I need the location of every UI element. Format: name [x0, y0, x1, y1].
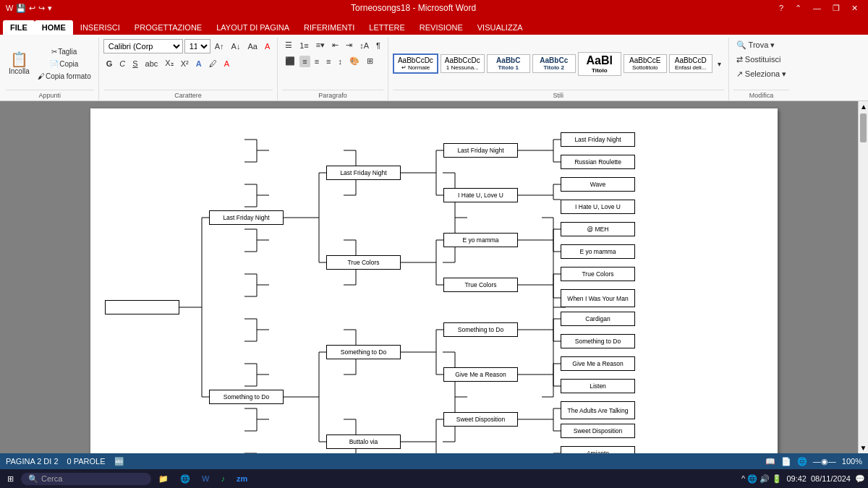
change-case-button[interactable]: Aa: [244, 40, 260, 52]
taskbar-zoom[interactable]: zm: [232, 473, 252, 484]
font-family-select[interactable]: Calibri (Corp: [103, 39, 183, 53]
language-indicator: 🔤: [114, 457, 124, 466]
font-color-button[interactable]: A: [221, 58, 232, 69]
tab-layout[interactable]: LAYOUT DI PAGINA: [209, 20, 297, 35]
align-center-button[interactable]: ≡: [299, 56, 310, 67]
scrollbar-thumb[interactable]: [860, 114, 867, 142]
tab-riferimenti[interactable]: RIFERIMENTI: [297, 20, 362, 35]
scrollbar-down-button[interactable]: ▼: [859, 444, 868, 452]
style-normale[interactable]: AaBbCcDc↵ Normale: [393, 53, 438, 74]
clear-format-button[interactable]: A: [262, 40, 273, 52]
shading-button[interactable]: 🎨: [346, 55, 362, 67]
window-controls[interactable]: ? ⌃ — ❐ ✕: [775, 4, 862, 13]
taskbar-spotify[interactable]: ♪: [216, 473, 229, 484]
text-effect-button[interactable]: A: [193, 58, 205, 69]
r4-node-1: Last Friday Night: [209, 210, 284, 225]
r1-node-3: Wave: [561, 177, 635, 192]
style-nessuna[interactable]: AaBbCcDc1 Nessuna...: [441, 54, 485, 73]
r3-node-3: Something to Do: [326, 345, 401, 359]
font-shrink-button[interactable]: A↓: [229, 40, 244, 52]
r2-node-3: E yo mamma: [443, 233, 518, 247]
web-layout-icon[interactable]: 🌐: [797, 457, 807, 466]
r1-node-15: Amianto: [561, 446, 635, 453]
border-button[interactable]: ⊞: [364, 55, 376, 67]
show-formatting-button[interactable]: ¶: [373, 40, 383, 51]
taskbar-search[interactable]: 🔍 Cerca: [21, 473, 151, 485]
numbering-button[interactable]: 1≡: [297, 40, 312, 51]
save-icon[interactable]: 💾: [16, 4, 26, 13]
r1-node-1: Last Friday Night: [561, 132, 635, 147]
decrease-indent-button[interactable]: ⇤: [329, 39, 341, 51]
zoom-slider[interactable]: —◉—: [813, 457, 836, 466]
tab-lettere[interactable]: LETTERE: [362, 20, 412, 35]
redo-icon[interactable]: ↪: [38, 4, 45, 13]
r1-node-6: E yo mamma: [561, 244, 635, 259]
bullets-button[interactable]: ☰: [282, 39, 295, 51]
paste-button[interactable]: 📋 Incolla: [6, 51, 33, 77]
help-button[interactable]: ?: [775, 4, 788, 13]
scrollbar-up-button[interactable]: ▲: [859, 101, 868, 112]
paste-label: Incolla: [9, 67, 30, 75]
undo-icon[interactable]: ↩: [29, 4, 35, 13]
bracket-lines-svg: [105, 130, 734, 453]
r4-node-2: Something to Do: [209, 390, 284, 404]
subscript-button[interactable]: X₂: [162, 57, 176, 69]
system-tray-icons: ^ 🌐 🔊 🔋: [741, 474, 782, 484]
zoom-level: 100%: [842, 457, 862, 466]
tab-progettazione[interactable]: PROGETTAZIONE: [127, 20, 209, 35]
style-enfasi[interactable]: AaBbCcDEnfasi deli...: [669, 54, 712, 73]
print-layout-icon[interactable]: 📄: [781, 457, 791, 466]
underline-button[interactable]: S: [129, 58, 140, 69]
tab-file[interactable]: FILE: [3, 20, 35, 35]
ribbon-collapse-button[interactable]: ⌃: [791, 4, 806, 13]
line-spacing-button[interactable]: ↕: [335, 56, 345, 67]
taskbar-chrome[interactable]: 🌐: [176, 473, 195, 485]
font-size-select[interactable]: 11: [184, 39, 210, 53]
align-right-button[interactable]: ≡: [312, 56, 322, 67]
tab-inserisci[interactable]: INSERISCI: [73, 20, 127, 35]
taskbar-word[interactable]: W: [197, 473, 213, 484]
bold-button[interactable]: G: [103, 58, 116, 69]
strikethrough-button[interactable]: abc: [142, 58, 161, 69]
search-placeholder: Cerca: [41, 474, 62, 483]
style-titolo2[interactable]: AaBbCcTitolo 2: [532, 54, 576, 73]
replace-button[interactable]: ⇄ Sostituisci: [733, 53, 784, 66]
taskbar-file-explorer[interactable]: 📁: [154, 473, 173, 485]
start-button[interactable]: ⊞: [3, 473, 18, 485]
taskbar-right-area: ^ 🌐 🔊 🔋 09:42 08/11/2024 💬: [741, 474, 865, 484]
format-painter-label: Copia formato: [46, 72, 91, 80]
tab-revisione[interactable]: REVISIONE: [412, 20, 470, 35]
minimize-button[interactable]: —: [809, 4, 825, 13]
restore-button[interactable]: ❐: [828, 4, 844, 13]
word-icon: W: [6, 4, 13, 12]
select-button[interactable]: ↗ Seleziona ▾: [733, 68, 789, 80]
format-painter-button[interactable]: 🖌 Copia formato: [35, 71, 94, 82]
align-left-button[interactable]: ⬛: [282, 55, 298, 67]
copy-button[interactable]: 📄 Copia: [35, 59, 94, 69]
tab-home[interactable]: HOME: [35, 20, 73, 35]
copy-icon: 📄: [50, 60, 59, 68]
notification-icon[interactable]: 💬: [855, 474, 865, 484]
tab-visualizza[interactable]: VISUALIZZA: [470, 20, 530, 35]
read-mode-icon[interactable]: 📖: [765, 457, 775, 466]
superscript-button[interactable]: X²: [178, 58, 192, 69]
clock-time: 09:42: [786, 474, 807, 483]
find-button[interactable]: 🔍 Trova ▾: [733, 39, 778, 51]
multilevel-list-button[interactable]: ≡▾: [313, 39, 328, 51]
r1-node-7: True Colors: [561, 267, 635, 281]
close-button[interactable]: ✕: [847, 4, 862, 13]
r1-node-9: Cardigan: [561, 312, 635, 326]
italic-button[interactable]: C: [116, 58, 128, 69]
justify-button[interactable]: ≡: [323, 56, 333, 67]
increase-indent-button[interactable]: ⇥: [343, 39, 355, 51]
ribbon-group-carattere: Calibri (Corp 11 A↑ A↓ Aa A G C S abc X₂…: [101, 38, 278, 100]
styles-more-button[interactable]: ▾: [715, 59, 724, 69]
quick-access-toolbar[interactable]: W 💾 ↩ ↪ ▾: [6, 4, 52, 13]
style-sottotitolo[interactable]: AaBbCcESottotitolo: [624, 54, 667, 73]
sort-button[interactable]: ↕A: [357, 40, 372, 51]
style-titolo[interactable]: AaBlTitolo: [578, 52, 621, 76]
highlight-color-button[interactable]: 🖊: [206, 58, 220, 69]
cut-button[interactable]: ✂ Taglia: [35, 46, 94, 57]
style-titolo1[interactable]: AaBbCTitolo 1: [487, 54, 530, 73]
font-grow-button[interactable]: A↑: [212, 40, 227, 52]
